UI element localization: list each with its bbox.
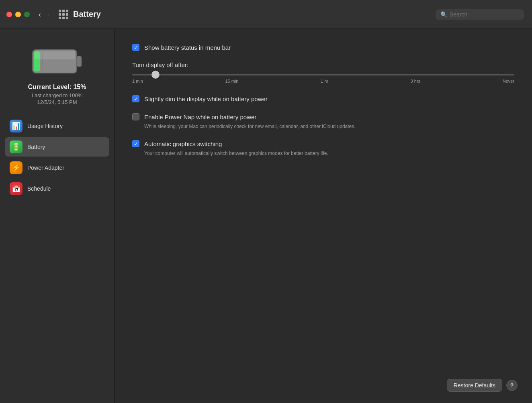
search-input[interactable] xyxy=(450,11,519,18)
slider-label-3hrs: 3 hrs xyxy=(411,79,420,83)
svg-rect-1 xyxy=(77,56,82,67)
sidebar-item-label: Battery xyxy=(27,144,45,150)
display-off-section: Turn display off after: 1 min 15 min 1 h… xyxy=(132,61,514,83)
traffic-lights xyxy=(6,12,30,17)
nav-buttons: ‹ › xyxy=(36,10,52,19)
fullscreen-button[interactable] xyxy=(24,12,30,17)
slider-track[interactable] xyxy=(132,74,514,75)
schedule-icon: 📅 xyxy=(10,182,23,195)
auto-graphics-checkbox[interactable]: ✓ xyxy=(132,140,139,147)
sidebar-item-schedule[interactable]: 📅 Schedule xyxy=(5,179,109,198)
sidebar-item-usage-history[interactable]: 📊 Usage History xyxy=(5,116,109,136)
slider-label-never: Never xyxy=(503,79,514,83)
dim-display-row: ✓ Slightly dim the display while on batt… xyxy=(132,95,514,103)
dim-display-label: Slightly dim the display while on batter… xyxy=(144,95,268,103)
battery-date-text: 12/5/24, 5:15 PM xyxy=(28,99,86,105)
turn-display-off-label: Turn display off after: xyxy=(132,61,514,68)
slider-label-15min: 15 min xyxy=(225,79,238,83)
slider-labels: 1 min 15 min 1 hr 3 hrs Never xyxy=(132,79,514,83)
show-battery-status-row: ✓ Show battery status in menu bar xyxy=(132,43,514,52)
search-box[interactable]: 🔍 xyxy=(436,9,524,20)
sidebar-item-battery[interactable]: 🔋 Battery xyxy=(5,137,109,157)
usage-history-icon: 📊 xyxy=(10,120,23,132)
search-icon: 🔍 xyxy=(440,11,447,18)
battery-illustration xyxy=(31,45,83,77)
main-layout: Current Level: 15% Last charged to 100% … xyxy=(0,29,532,403)
footer-buttons: Restore Defaults ? xyxy=(447,379,518,392)
sidebar-item-label: Schedule xyxy=(27,185,51,192)
page-title: Battery xyxy=(73,10,101,19)
slider-thumb[interactable] xyxy=(151,71,160,79)
battery-nav-icon: 🔋 xyxy=(10,140,23,153)
slider-label-1min: 1 min xyxy=(132,79,143,83)
sidebar-item-label: Power Adapter xyxy=(27,165,64,171)
battery-info: Current Level: 15% Last charged to 100% … xyxy=(28,83,86,105)
svg-rect-3 xyxy=(34,51,75,59)
show-battery-status-checkbox[interactable]: ✓ xyxy=(132,44,139,51)
auto-graphics-label: Automatic graphics switching xyxy=(144,140,328,148)
close-button[interactable] xyxy=(6,12,12,17)
restore-defaults-button[interactable]: Restore Defaults xyxy=(447,379,502,392)
minimize-button[interactable] xyxy=(15,12,21,17)
battery-level-text: Current Level: 15% xyxy=(28,83,86,91)
grid-icon[interactable] xyxy=(59,10,68,19)
slider-label-1hr: 1 hr xyxy=(321,79,328,83)
auto-graphics-row: ✓ Automatic graphics switching Your comp… xyxy=(132,140,514,157)
content-area: ✓ Show battery status in menu bar Turn d… xyxy=(115,29,532,403)
power-nap-checkbox[interactable] xyxy=(132,113,139,120)
dim-display-checkbox[interactable]: ✓ xyxy=(132,95,139,102)
battery-icon-container xyxy=(31,45,83,77)
battery-charged-text: Last charged to 100% xyxy=(28,92,86,98)
slider-container xyxy=(132,74,514,75)
sidebar: Current Level: 15% Last charged to 100% … xyxy=(0,29,115,403)
sidebar-nav: 📊 Usage History 🔋 Battery ⚡ Power Adapte… xyxy=(0,116,114,200)
titlebar: ‹ › Battery 🔍 xyxy=(0,0,532,29)
power-adapter-icon: ⚡ xyxy=(10,161,23,174)
show-battery-status-label: Show battery status in menu bar xyxy=(144,43,231,52)
back-button[interactable]: ‹ xyxy=(36,10,43,19)
auto-graphics-description: Your computer will automatically switch … xyxy=(144,150,328,157)
sidebar-item-label: Usage History xyxy=(27,123,63,129)
power-nap-label: Enable Power Nap while on battery power xyxy=(144,113,356,121)
sidebar-item-power-adapter[interactable]: ⚡ Power Adapter xyxy=(5,158,109,177)
power-nap-row: Enable Power Nap while on battery power … xyxy=(132,113,514,130)
help-button[interactable]: ? xyxy=(506,380,518,391)
forward-button[interactable]: › xyxy=(45,10,52,19)
power-nap-description: While sleeping, your Mac can periodicall… xyxy=(144,123,356,130)
